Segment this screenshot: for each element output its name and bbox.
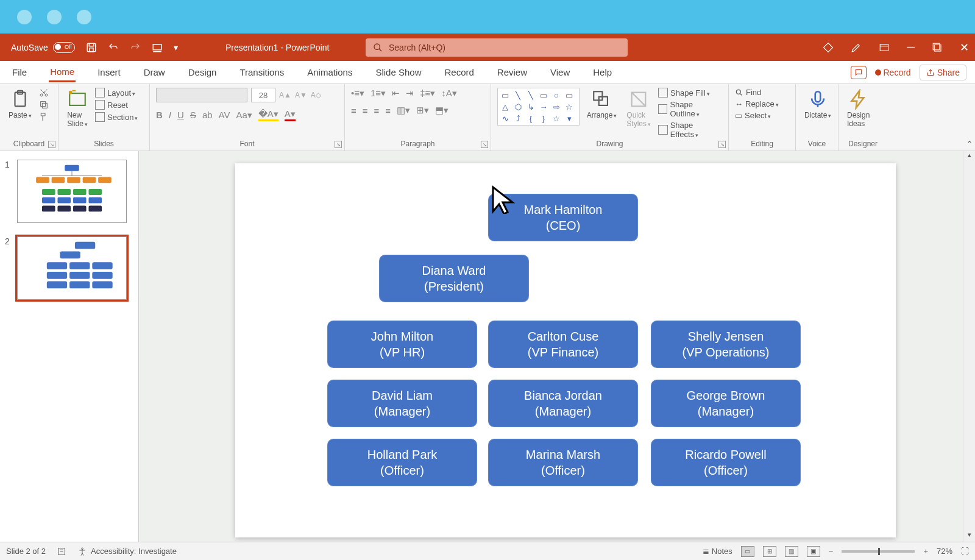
tab-record[interactable]: Record	[443, 63, 475, 81]
bold-button[interactable]: B	[156, 110, 163, 120]
slide-thumbnails-panel[interactable]: 1 2	[0, 151, 139, 542]
autosave-switch[interactable]: Off	[53, 42, 75, 53]
zoom-level[interactable]: 72%	[937, 547, 952, 556]
text-direction-button[interactable]: ↕A▾	[441, 88, 457, 99]
org-node-7[interactable]: George Brown(Manager)	[651, 380, 801, 427]
dictate-button[interactable]: Dictate	[802, 88, 834, 121]
window-close-icon[interactable]: ✕	[960, 41, 969, 54]
char-spacing-button[interactable]: AV	[219, 110, 230, 120]
tab-view[interactable]: View	[549, 63, 571, 81]
new-slide-button[interactable]: New Slide	[65, 88, 90, 129]
section-button[interactable]: Section	[95, 112, 138, 122]
shape-outline-button[interactable]: Shape Outline	[658, 100, 722, 118]
pen-icon[interactable]	[851, 42, 862, 53]
slide-thumbnail-2[interactable]	[17, 236, 127, 300]
font-launcher[interactable]: ↘	[335, 141, 342, 148]
org-node-4[interactable]: Shelly Jensen(VP Operations)	[651, 321, 801, 368]
org-node-10[interactable]: Ricardo Powell(Officer)	[651, 439, 801, 486]
tab-design[interactable]: Design	[187, 63, 218, 81]
tab-animations[interactable]: Animations	[306, 63, 353, 81]
reading-view-button[interactable]: ▥	[785, 546, 798, 557]
autosave-toggle[interactable]: AutoSave Off	[11, 42, 75, 53]
design-ideas-button[interactable]: Design Ideas	[845, 88, 872, 129]
underline-button[interactable]: U	[177, 110, 184, 120]
zoom-slider[interactable]	[842, 550, 915, 553]
font-size-combo[interactable]: 28	[251, 88, 275, 102]
numbering-button[interactable]: 1≡▾	[370, 88, 386, 99]
tab-home[interactable]: Home	[49, 63, 76, 82]
collapse-ribbon-button[interactable]: ⌃	[966, 140, 973, 148]
mac-zoom-dot[interactable]	[77, 10, 91, 24]
scroll-down-icon[interactable]: ▾	[963, 531, 975, 542]
diamond-icon[interactable]	[823, 42, 834, 53]
org-node-3[interactable]: Carlton Cuse(VP Finance)	[488, 321, 638, 368]
org-node-5[interactable]: David Liam(Manager)	[327, 380, 477, 427]
grow-font-icon[interactable]: A▲	[279, 91, 291, 99]
qat-customize-icon[interactable]: ▾	[174, 43, 178, 52]
org-node-2[interactable]: John Milton(VP HR)	[327, 321, 477, 368]
shape-effects-button[interactable]: Shape Effects	[658, 121, 722, 139]
org-node-6[interactable]: Bianca Jordan(Manager)	[488, 380, 638, 427]
comments-button[interactable]	[851, 66, 867, 79]
font-name-combo[interactable]	[156, 88, 247, 102]
columns-button[interactable]: ▥▾	[397, 105, 410, 116]
slide-thumbnail-1[interactable]	[17, 160, 127, 223]
mac-close-dot[interactable]	[17, 10, 32, 24]
window-minimize-icon[interactable]: ─	[907, 41, 915, 54]
align-right-button[interactable]: ≡	[374, 105, 380, 116]
tab-file[interactable]: File	[11, 63, 28, 81]
line-spacing-button[interactable]: ‡≡▾	[420, 88, 435, 99]
search-box[interactable]: Search (Alt+Q)	[366, 38, 628, 57]
shadow-button[interactable]: ab	[202, 110, 213, 120]
save-icon[interactable]	[86, 42, 97, 53]
format-painter-icon[interactable]	[39, 112, 49, 122]
decrease-indent-button[interactable]: ⇤	[392, 88, 400, 99]
increase-indent-button[interactable]: ⇥	[406, 88, 414, 99]
justify-button[interactable]: ≡	[385, 105, 391, 116]
vertical-scrollbar[interactable]: ▴ ▾	[963, 151, 975, 542]
ribbon-display-icon[interactable]	[879, 42, 890, 53]
align-text-button[interactable]: ⊞▾	[416, 105, 429, 116]
tab-transitions[interactable]: Transitions	[238, 63, 285, 81]
scroll-up-icon[interactable]: ▴	[963, 151, 975, 162]
bullets-button[interactable]: •≡▾	[351, 88, 364, 99]
slide-counter[interactable]: Slide 2 of 2	[6, 547, 46, 556]
clear-format-icon[interactable]: A◇	[311, 91, 321, 99]
mac-minimize-dot[interactable]	[47, 10, 62, 24]
org-node-9[interactable]: Marina Marsh(Officer)	[488, 439, 638, 486]
font-color-button[interactable]: A▾	[285, 108, 296, 121]
status-icon[interactable]	[57, 547, 66, 556]
normal-view-button[interactable]: ▭	[741, 546, 754, 557]
arrange-button[interactable]: Arrange	[584, 88, 620, 121]
from-beginning-icon[interactable]	[152, 42, 163, 53]
tab-review[interactable]: Review	[496, 63, 528, 81]
slideshow-view-button[interactable]: ▣	[807, 546, 820, 557]
share-button[interactable]: Share	[920, 65, 966, 80]
accessibility-status[interactable]: Accessibility: Investigate	[77, 547, 177, 556]
notes-button[interactable]: ≣Notes	[703, 547, 732, 556]
sorter-view-button[interactable]: ⊞	[763, 546, 776, 557]
paste-button[interactable]: Paste	[6, 88, 34, 121]
replace-button[interactable]: ↔Replace	[735, 99, 779, 108]
reset-button[interactable]: Reset	[95, 100, 138, 110]
tab-slideshow[interactable]: Slide Show	[374, 63, 422, 81]
strike-button[interactable]: S	[190, 110, 196, 120]
fit-to-window-button[interactable]: ⛶	[961, 547, 969, 556]
record-button[interactable]: Record	[875, 68, 911, 77]
zoom-out-button[interactable]: −	[829, 547, 834, 556]
tab-draw[interactable]: Draw	[143, 63, 166, 81]
layout-button[interactable]: Layout	[95, 88, 138, 97]
align-center-button[interactable]: ≡	[363, 105, 368, 116]
cut-icon[interactable]	[39, 88, 49, 97]
find-button[interactable]: Find	[735, 88, 779, 97]
shrink-font-icon[interactable]: A▼	[295, 91, 307, 99]
smartart-button[interactable]: ⬒▾	[435, 105, 448, 116]
paragraph-launcher[interactable]: ↘	[481, 141, 488, 148]
redo-icon[interactable]	[130, 42, 141, 53]
undo-icon[interactable]	[108, 42, 119, 53]
slide-canvas[interactable]: Mark Hamilton(CEO)Diana Ward(President)J…	[235, 163, 896, 537]
change-case-button[interactable]: Aa▾	[236, 110, 252, 121]
select-button[interactable]: ▭Select	[735, 111, 779, 120]
highlight-button[interactable]: �⁠A▾	[258, 108, 278, 121]
shapes-gallery[interactable]: ▭╲╲▭○▭ △⬡↳→⇨☆ ∿⤴{}☆▾	[497, 88, 580, 126]
